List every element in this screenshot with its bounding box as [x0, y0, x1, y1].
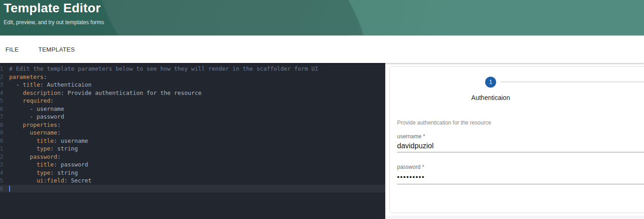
password-underline — [397, 184, 644, 184]
line-number: 5 — [0, 97, 3, 105]
code-line[interactable]: 7 - password — [0, 113, 385, 121]
line-number: 2 — [0, 73, 3, 81]
line-number: 4 — [0, 89, 3, 97]
code-line[interactable]: 16 — [0, 185, 385, 193]
code-text: type: string — [3, 169, 78, 177]
line-number: 11 — [0, 145, 3, 153]
menu-bar: FILE TEMPLATES — [0, 36, 644, 63]
stepper-step-1[interactable]: 1 — [485, 77, 496, 88]
step-label: Authenticaion — [399, 94, 582, 101]
step-number: 1 — [489, 79, 492, 85]
code-text: type: string — [3, 145, 78, 153]
code-line[interactable]: 10 title: username — [0, 137, 385, 145]
line-number: 6 — [0, 105, 3, 113]
code-text: - username — [3, 105, 64, 113]
page-header: Template Editor Edit, preview, and try o… — [0, 0, 644, 36]
code-line[interactable]: 12 password: — [0, 153, 385, 161]
code-line[interactable]: 3 - title: Authenticaion — [0, 81, 385, 89]
username-underline — [397, 152, 644, 152]
code-line[interactable]: 15 ui:field: Secret — [0, 177, 385, 185]
code-text: properties: — [3, 121, 61, 129]
form-preview-card: 1 Authenticaion Provide authentication f… — [389, 66, 644, 213]
code-text: password: — [3, 153, 61, 161]
code-text: # Edit the template parameters below to … — [3, 65, 318, 73]
code-line[interactable]: 14 type: string — [0, 169, 385, 177]
main-split: 1# Edit the template parameters below to… — [0, 63, 644, 219]
line-number: 1 — [0, 65, 3, 73]
preview-bottom-strip — [386, 216, 644, 219]
line-number: 8 — [0, 121, 3, 129]
menu-templates[interactable]: TEMPLATES — [37, 44, 76, 55]
template-editor-app: Template Editor Edit, preview, and try o… — [0, 0, 644, 219]
form-preview-pane: 1 Authenticaion Provide authentication f… — [385, 63, 644, 219]
code-text: required: — [3, 97, 54, 105]
code-text: title: password — [3, 161, 88, 169]
form-description: Provide authentication for the resource — [397, 120, 491, 126]
username-input[interactable]: davidpuziol — [397, 142, 434, 150]
username-label: username * — [397, 133, 425, 140]
line-number: 15 — [0, 177, 3, 185]
yaml-code-editor[interactable]: 1# Edit the template parameters below to… — [0, 63, 385, 219]
page-subtitle: Edit, preview, and try out templates for… — [4, 19, 644, 26]
stepper-connector-line — [501, 82, 644, 82]
line-number: 16 — [0, 185, 3, 193]
code-line[interactable]: 4 description: Provide authentication fo… — [0, 89, 385, 97]
code-text: parameters: — [3, 73, 47, 81]
required-asterisk: * — [422, 164, 424, 170]
line-number: 14 — [0, 169, 3, 177]
code-text: - password — [3, 113, 64, 121]
line-number: 12 — [0, 153, 3, 161]
code-line[interactable]: 13 title: password — [0, 161, 385, 169]
code-line[interactable]: 1# Edit the template parameters below to… — [0, 65, 385, 73]
line-number: 9 — [0, 129, 3, 137]
password-label: password * — [397, 164, 424, 170]
code-lines: 1# Edit the template parameters below to… — [0, 65, 385, 193]
code-text: ui:field: Secret — [3, 177, 92, 185]
code-text — [3, 185, 10, 193]
line-number: 13 — [0, 161, 3, 169]
code-line[interactable]: 2parameters: — [0, 73, 385, 81]
line-number: 7 — [0, 113, 3, 121]
code-line[interactable]: 5 required: — [0, 97, 385, 105]
code-line[interactable]: 9 username: — [0, 129, 385, 137]
code-text: description: Provide authentication for … — [3, 89, 201, 97]
code-line[interactable]: 8 properties: — [0, 121, 385, 129]
menu-file[interactable]: FILE — [5, 44, 20, 55]
line-number: 10 — [0, 137, 3, 145]
text-cursor — [9, 186, 10, 192]
code-line[interactable]: 6 - username — [0, 105, 385, 113]
code-line[interactable]: 11 type: string — [0, 145, 385, 153]
page-title: Template Editor — [4, 1, 644, 15]
required-asterisk: * — [423, 133, 425, 140]
code-text: title: username — [3, 137, 88, 145]
password-input[interactable]: ••••••••• — [397, 173, 425, 181]
code-text: - title: Authenticaion — [3, 81, 92, 89]
line-number: 3 — [0, 81, 3, 89]
code-text: username: — [3, 129, 61, 137]
